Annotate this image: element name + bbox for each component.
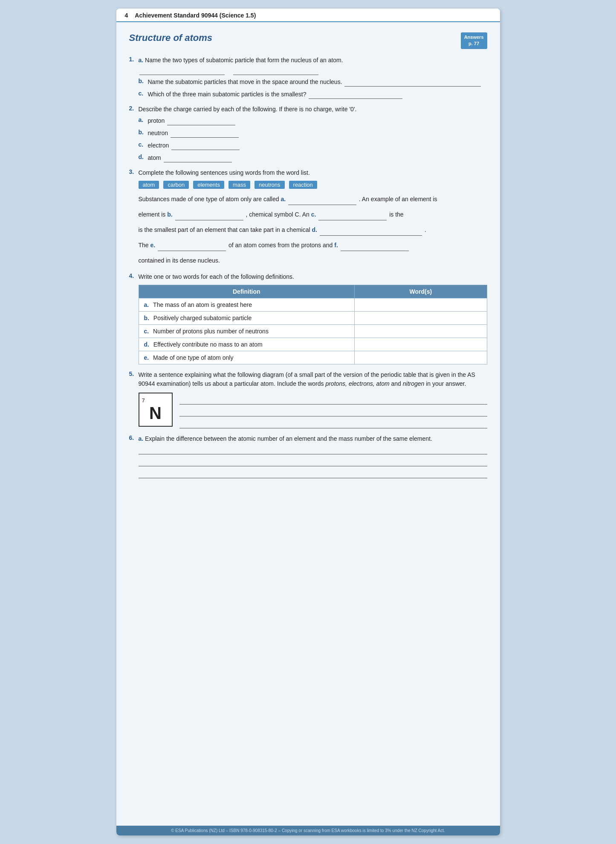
q3-fill-f[interactable] [341,244,409,251]
word-chip-elements: elements [193,181,224,189]
q2-row: 2. Describe the charge carried by each o… [129,105,487,114]
table-row: c. Number of protons plus number of neut… [139,324,487,338]
q6-answer-line1[interactable] [139,448,487,454]
q2-a-answer[interactable] [167,119,235,125]
q3-fill-a-label: a. [281,196,286,202]
q1-row: 1. a. Name the two types of subatomic pa… [129,56,487,75]
def-text: Effectively contribute no mass to an ato… [153,341,263,348]
q1-number: 1. [129,56,139,63]
q2-d-row: d. atom [139,153,487,162]
q1-b-row: b. Name the subatomic particles that mov… [139,78,487,87]
q3-fill-b[interactable] [175,214,243,220]
q6-answer-line3[interactable] [139,471,487,478]
q3-para1: Substances made of one type of atom only… [139,193,487,205]
word-chip-carbon: carbon [163,181,189,189]
q3-para3: is the smallest part of an element that … [139,224,487,236]
word-cell[interactable] [355,298,487,311]
q3-fill-e[interactable] [158,244,226,251]
q5-italic-words: protons, electrons, atom [325,380,389,387]
word-cell[interactable] [355,311,487,324]
q1-a-answer1[interactable] [139,68,225,75]
q3-fill-c[interactable] [318,214,387,220]
q5-answer-area: 7 N [139,393,487,428]
word-chip-atom: atom [139,181,159,189]
q6-row: 6. a. Explain the difference between the… [129,434,487,443]
element-diagram: 7 N [139,393,173,427]
def-letter: d. [144,341,151,348]
word-chip-reaction: reaction [289,181,317,189]
q3-fill-d[interactable] [320,229,422,236]
section-title: Structure of atoms Answers p. 77 [129,32,487,49]
def-cell: c. Number of protons plus number of neut… [139,324,355,338]
section-title-text: Structure of atoms [129,32,213,43]
question-6: 6. a. Explain the difference between the… [129,434,487,478]
q2-c-answer[interactable] [171,143,240,150]
q1-c-text: Which of the three main subatomic partic… [148,90,487,99]
q5-answer-line2[interactable] [179,410,487,416]
q3-fill-b-label: b. [167,211,172,218]
word-cell[interactable] [355,338,487,351]
q2-c-row: c. electron [139,141,487,150]
footer: © ESA Publications (NZ) Ltd – ISBN 978-0… [116,826,500,835]
q2-b-label: neutron [148,129,487,138]
q4-number: 4. [129,272,139,279]
q3-fill-a[interactable] [288,198,356,205]
q1-a-answer2[interactable] [233,68,318,75]
q1-b-text: Name the subatomic particles that move i… [148,78,487,87]
q3-fill-d-label: d. [312,226,317,233]
word-cell[interactable] [355,351,487,364]
q4-row: 4. Write one or two words for each of th… [129,272,487,281]
table-row: b. Positively charged subatomic particle [139,311,487,324]
def-table-col1: Definition [139,285,355,298]
table-row: d. Effectively contribute no mass to an … [139,338,487,351]
q3-para5: contained in its dense nucleus. [139,254,487,266]
page-title-header: Achievement Standard 90944 (Science 1.5) [135,12,256,19]
def-cell: e. Made of one type of atom only [139,351,355,364]
q2-number: 2. [129,105,139,112]
q6-number: 6. [129,434,139,441]
q1-a-block: a. Name the two types of subatomic parti… [139,56,487,75]
question-2: 2. Describe the charge carried by each o… [129,105,487,162]
definition-table: Definition Word(s) a. The mass of an ato… [139,285,487,364]
q6-a-block: a. Explain the difference between the at… [139,434,487,443]
q3-word-list: atom carbon elements mass neutrons react… [139,181,487,189]
q3-fill-e-label: e. [150,242,156,249]
q2-a-label: proton [148,116,487,125]
def-letter: c. [144,328,151,335]
q5-answer-line3[interactable] [179,422,487,428]
page-wrapper: 4 Achievement Standard 90944 (Science 1.… [116,9,500,835]
word-chip-mass: mass [228,181,250,189]
q2-b-row: b. neutron [139,129,487,138]
def-text: Made of one type of atom only [153,354,233,361]
def-letter: b. [144,315,151,321]
q2-d-answer[interactable] [164,156,232,162]
q3-para4: The e. of an atom comes from the protons… [139,239,487,251]
table-row: a. The mass of an atom is greatest here [139,298,487,311]
q2-c-letter: c. [139,141,148,148]
element-symbol: N [149,405,162,422]
q6-answer-line2[interactable] [139,460,487,466]
page-content: Structure of atoms Answers p. 77 1. a. N… [116,22,500,826]
q5-answer-line1[interactable] [179,398,487,405]
q1-a-text: Name the two types of subatomic particle… [145,57,343,64]
q1-c-answer[interactable] [309,92,402,99]
q1-c-letter: c. [139,90,148,97]
question-4: 4. Write one or two words for each of th… [129,272,487,364]
def-text: The mass of an atom is greatest here [153,301,252,308]
q2-sub: a. proton b. neutron c. ele [139,116,487,162]
page-number: 4 [125,12,128,19]
q2-c-label: electron [148,141,487,150]
q5-row: 5. Write a sentence explaining what the … [129,370,487,388]
q1-b-letter: b. [139,78,148,84]
q2-b-answer[interactable] [171,131,239,138]
answers-badge: Answers p. 77 [461,32,487,49]
word-cell[interactable] [355,324,487,338]
def-text: Number of protons plus number of neutron… [153,328,269,335]
q4-text: Write one or two words for each of the f… [139,272,487,281]
q5-number: 5. [129,370,139,377]
q1-b-answer[interactable] [344,80,481,87]
def-cell: a. The mass of an atom is greatest here [139,298,355,311]
q5-italic-word2: nitrogen [403,380,425,387]
q6-answer-lines [139,448,487,478]
question-5: 5. Write a sentence explaining what the … [129,370,487,428]
